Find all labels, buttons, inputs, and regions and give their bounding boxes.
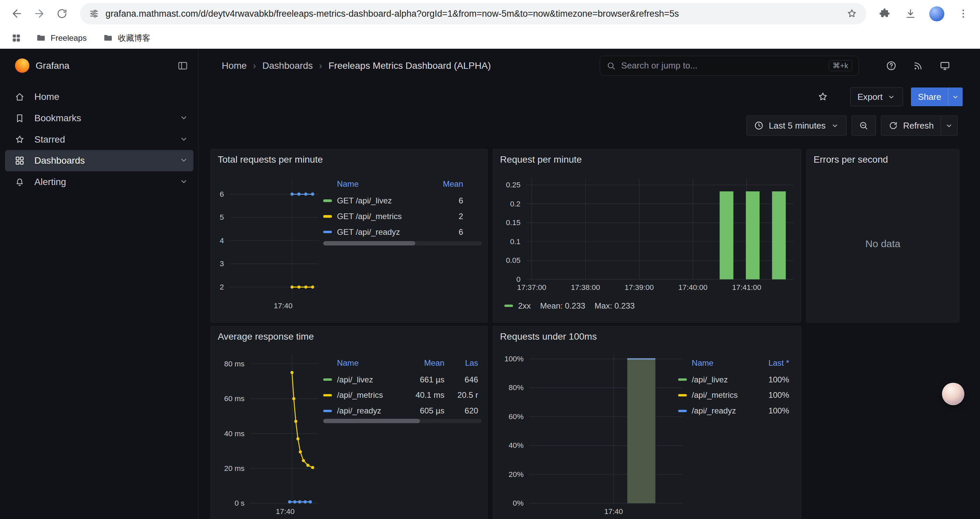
screen: Freeleaps 收藏博客 Grafana Home Bookmar: [0, 0, 980, 519]
series-last: 646: [444, 375, 482, 385]
url-bar[interactable]: [80, 3, 867, 24]
legend-col-name[interactable]: Name: [337, 358, 403, 368]
refresh-interval-dropdown[interactable]: [941, 115, 958, 136]
series-mean: 40.1 ms: [403, 390, 445, 400]
sync-icon: [888, 121, 898, 131]
downloads-button[interactable]: [900, 3, 921, 24]
series-mean: 661 µs: [403, 375, 445, 385]
extensions-button[interactable]: [874, 3, 895, 24]
series-name[interactable]: /api/_metrics: [337, 390, 403, 400]
series-name[interactable]: /api/_readyz: [337, 406, 403, 415]
browser-menu-button[interactable]: [953, 3, 974, 24]
tab-groups-button[interactable]: [7, 29, 25, 46]
bookmark-folder-freeleaps[interactable]: Freeleaps: [30, 30, 92, 46]
requests-under-100ms-chart[interactable]: 0%20%40%60%80%100%17:40: [493, 326, 801, 519]
monitor-icon: [939, 60, 951, 72]
time-range-label: Last 5 minutes: [769, 121, 826, 131]
series-name[interactable]: 2xx: [518, 301, 531, 311]
legend-col-name[interactable]: Name: [692, 358, 754, 368]
profile-button[interactable]: [926, 3, 948, 24]
svg-text:100%: 100%: [505, 355, 524, 363]
svg-text:0%: 0%: [513, 499, 524, 507]
legend-col-mean[interactable]: Mean: [428, 179, 463, 189]
svg-text:17:39:00: 17:39:00: [625, 283, 654, 292]
breadcrumb-separator: ›: [319, 61, 322, 71]
svg-text:40 ms: 40 ms: [224, 429, 245, 438]
legend-col-last[interactable]: Las: [444, 358, 482, 368]
export-button[interactable]: Export: [850, 88, 903, 106]
chevron-down-icon[interactable]: [179, 155, 189, 165]
breadcrumb-dashboards[interactable]: Dashboards: [262, 61, 313, 71]
series-swatch: [323, 215, 332, 217]
legend: Name Last * /api/_livez 100% /api/_metri…: [678, 357, 789, 418]
sidebar-item-bookmarks[interactable]: Bookmarks: [5, 107, 194, 129]
chevron-down-icon[interactable]: [179, 134, 189, 144]
app-header: Home › Dashboards › Freeleaps Metrics Da…: [199, 49, 980, 83]
forward-button[interactable]: [29, 3, 50, 24]
back-button[interactable]: [6, 3, 28, 24]
bookmark-star-icon[interactable]: [846, 8, 858, 19]
series-name[interactable]: GET /api/_metrics: [337, 212, 428, 221]
export-label: Export: [857, 92, 883, 102]
breadcrumb-home[interactable]: Home: [222, 61, 247, 71]
favorite-dashboard-button[interactable]: [817, 91, 829, 102]
sidebar-item-alerting[interactable]: Alerting: [5, 171, 194, 193]
display-button[interactable]: [939, 60, 951, 72]
grafana-logo[interactable]: [15, 58, 29, 73]
legend-scrollbar[interactable]: [323, 241, 482, 246]
panel-total-requests: Total requests per minute 2345617:40 Nam…: [210, 149, 488, 323]
series-name[interactable]: GET /api/_readyz: [337, 227, 428, 237]
series-last: 20.5 r: [444, 390, 482, 400]
share-button[interactable]: Share: [911, 88, 948, 106]
dock-menu-button[interactable]: [177, 60, 188, 72]
no-data-message: No data: [807, 238, 959, 249]
search-input[interactable]: [621, 61, 823, 71]
legend-scrollbar[interactable]: [323, 419, 482, 423]
news-button[interactable]: [913, 60, 924, 72]
scrollbar-thumb[interactable]: [323, 241, 415, 246]
grid-icon: [11, 33, 22, 43]
time-range-picker[interactable]: Last 5 minutes: [746, 115, 846, 136]
series-name[interactable]: /api/_livez: [692, 375, 754, 385]
sidebar-item-home[interactable]: Home: [5, 86, 194, 107]
panel-title[interactable]: Errors per second: [813, 154, 888, 165]
search-box[interactable]: ⌘+k: [600, 56, 859, 76]
legend-col-mean[interactable]: Mean: [403, 358, 445, 368]
sidebar-item-starred[interactable]: Starred: [5, 129, 194, 150]
bookmark-folder-blogs[interactable]: 收藏博客: [97, 30, 156, 46]
svg-text:17:40: 17:40: [276, 507, 294, 515]
series-swatch: [323, 394, 332, 396]
reload-button[interactable]: [51, 3, 73, 24]
chevron-down-icon[interactable]: [179, 113, 189, 123]
url-input[interactable]: [105, 8, 840, 19]
request-per-minute-chart[interactable]: 00.050.10.150.20.2517:37:0017:38:0017:39…: [493, 149, 801, 323]
help-button[interactable]: [886, 60, 897, 72]
floating-avatar[interactable]: [942, 383, 964, 405]
svg-text:5: 5: [220, 213, 224, 222]
legend-col-last[interactable]: Last *: [754, 358, 789, 368]
legend-row: /api/_metrics 100%: [678, 387, 789, 403]
zoom-out-icon: [859, 121, 869, 131]
series-name[interactable]: /api/_readyz: [692, 406, 754, 415]
sidebar-item-label: Alerting: [34, 177, 66, 187]
share-dropdown-button[interactable]: [948, 88, 963, 106]
series-name[interactable]: /api/_livez: [337, 375, 403, 385]
svg-text:0 s: 0 s: [234, 499, 245, 507]
bookmark-icon: [5, 113, 34, 124]
legend-col-name[interactable]: Name: [337, 179, 428, 189]
sidebar-item-dashboards[interactable]: Dashboards: [5, 150, 194, 171]
series-name[interactable]: GET /api/_livez: [337, 196, 428, 205]
sidebar-item-label: Starred: [34, 134, 65, 145]
series-last: 100%: [754, 375, 789, 385]
refresh-button[interactable]: Refresh: [881, 115, 941, 136]
legend-row: /api/_livez 661 µs 646: [323, 372, 482, 387]
scrollbar-thumb[interactable]: [323, 419, 420, 423]
reload-icon: [56, 8, 68, 20]
zoom-out-button[interactable]: [851, 115, 876, 136]
svg-text:0.2: 0.2: [510, 200, 521, 208]
series-last: 100%: [754, 390, 789, 400]
chevron-down-icon[interactable]: [179, 176, 189, 186]
series-name[interactable]: /api/_metrics: [692, 390, 754, 400]
help-circle-icon: [886, 60, 897, 72]
site-settings-icon[interactable]: [89, 8, 99, 19]
